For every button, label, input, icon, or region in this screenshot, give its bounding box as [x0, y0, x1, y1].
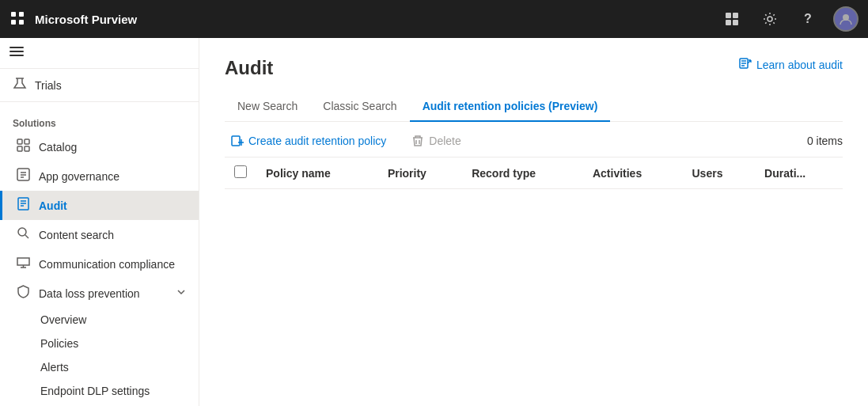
delete-icon	[411, 135, 424, 147]
delete-button[interactable]: Delete	[405, 131, 467, 150]
app-governance-label: App governance	[39, 170, 186, 183]
audit-label: Audit	[39, 199, 186, 212]
trials-icon	[13, 77, 27, 93]
grid-icon[interactable]	[9, 10, 25, 28]
select-all-header	[225, 157, 256, 189]
dlp-icon	[15, 285, 31, 302]
svg-rect-16	[17, 146, 22, 151]
sidebar-sub-item-activity-explorer[interactable]: Activity explorer	[0, 403, 199, 406]
sidebar-item-dlp[interactable]: Data loss prevention	[0, 279, 199, 308]
endpoint-dlp-label: Endpoint DLP settings	[40, 385, 150, 397]
policies-label: Policies	[40, 337, 78, 350]
sidebar-top	[0, 38, 199, 69]
svg-point-8	[768, 17, 772, 21]
items-count: 0 items	[807, 135, 843, 147]
svg-rect-0	[11, 12, 16, 17]
content-search-label: Content search	[39, 229, 186, 241]
page-header: Audit Learn about audit	[225, 57, 843, 79]
svg-line-27	[25, 235, 28, 238]
svg-rect-14	[17, 139, 22, 144]
app-title: Microsoft Purview	[35, 13, 719, 26]
sidebar: Trials Solutions Catalog App governance	[0, 38, 199, 406]
tabs: New Search Classic Search Audit retentio…	[225, 92, 843, 122]
svg-rect-7	[733, 20, 738, 25]
record-type-header: Record type	[462, 157, 583, 189]
overview-label: Overview	[40, 313, 86, 326]
comm-compliance-icon	[15, 256, 31, 272]
sidebar-item-audit[interactable]: Audit	[0, 191, 199, 220]
sidebar-item-catalog[interactable]: Catalog	[0, 132, 199, 161]
activities-header: Activities	[583, 157, 683, 189]
create-policy-label: Create audit retention policy	[248, 135, 386, 147]
sidebar-item-app-governance[interactable]: App governance	[0, 161, 199, 191]
hamburger-icon[interactable]	[9, 44, 24, 62]
tab-audit-retention[interactable]: Audit retention policies (Preview)	[410, 92, 611, 122]
layout: Trials Solutions Catalog App governance	[0, 38, 868, 406]
users-header: Users	[683, 157, 756, 189]
page-title: Audit	[225, 57, 273, 79]
alerts-label: Alerts	[40, 361, 69, 374]
duration-header: Durati...	[755, 157, 843, 189]
app-governance-icon	[15, 168, 31, 184]
sidebar-item-comm-compliance[interactable]: Communication compliance	[0, 249, 199, 279]
solutions-section-label: Solutions	[0, 108, 199, 132]
svg-rect-17	[25, 146, 29, 151]
dlp-label: Data loss prevention	[39, 287, 169, 300]
topbar: Microsoft Purview ?	[0, 0, 868, 38]
trials-label: Trials	[35, 79, 62, 92]
topbar-icons: ?	[719, 6, 859, 32]
dlp-expand-icon	[176, 287, 186, 299]
svg-rect-10	[9, 47, 24, 48]
learn-about-audit-link[interactable]: Learn about audit	[739, 57, 843, 73]
tab-classic-search[interactable]: Classic Search	[310, 92, 409, 122]
create-policy-button[interactable]: Create audit retention policy	[225, 131, 392, 150]
table-icon-btn[interactable]	[719, 6, 745, 32]
comm-compliance-label: Communication compliance	[39, 258, 186, 271]
avatar[interactable]	[833, 6, 859, 32]
catalog-icon	[15, 138, 31, 155]
table-wrapper: Policy name Priority Record type Activit…	[225, 157, 843, 406]
svg-rect-3	[19, 20, 24, 25]
sidebar-sub-item-overview[interactable]: Overview	[0, 308, 199, 332]
svg-rect-5	[733, 13, 738, 18]
svg-rect-32	[232, 136, 240, 146]
svg-point-26	[18, 228, 26, 236]
main-content: Audit Learn about audit New Search Class…	[199, 38, 868, 406]
policy-name-header: Policy name	[256, 157, 378, 189]
catalog-label: Catalog	[39, 141, 186, 154]
svg-rect-12	[9, 55, 24, 56]
content-search-icon	[15, 226, 31, 243]
create-policy-icon	[231, 135, 244, 147]
delete-label: Delete	[429, 135, 461, 147]
learn-link-icon	[739, 57, 752, 73]
svg-rect-11	[9, 51, 24, 52]
sidebar-item-trials[interactable]: Trials	[0, 69, 199, 102]
tab-new-search[interactable]: New Search	[225, 92, 310, 122]
svg-rect-6	[726, 20, 731, 25]
table-toolbar: Create audit retention policy Delete 0 i…	[225, 122, 843, 157]
policies-table: Policy name Priority Record type Activit…	[225, 157, 843, 189]
settings-icon-btn[interactable]	[757, 6, 783, 32]
learn-link-text: Learn about audit	[756, 59, 843, 71]
help-icon-btn[interactable]: ?	[795, 6, 821, 32]
priority-header: Priority	[378, 157, 462, 189]
audit-icon	[15, 197, 31, 214]
sidebar-sub-item-policies[interactable]: Policies	[0, 332, 199, 355]
svg-rect-15	[25, 139, 29, 144]
sidebar-sub-item-alerts[interactable]: Alerts	[0, 355, 199, 379]
svg-rect-2	[11, 20, 16, 25]
sidebar-item-content-search[interactable]: Content search	[0, 220, 199, 249]
svg-rect-1	[19, 12, 24, 17]
svg-rect-4	[726, 13, 731, 18]
select-all-checkbox[interactable]	[234, 165, 247, 178]
sidebar-sub-item-endpoint-dlp[interactable]: Endpoint DLP settings	[0, 379, 199, 403]
